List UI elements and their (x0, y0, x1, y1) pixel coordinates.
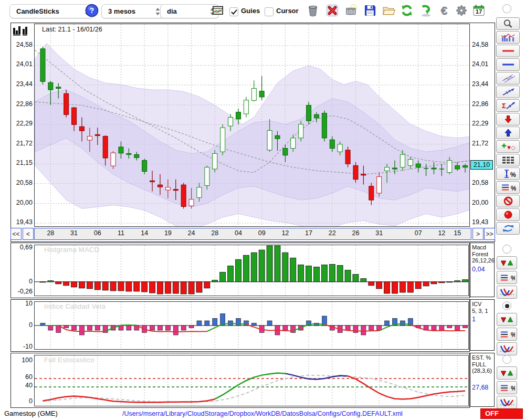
date-strip[interactable]: 283106111419242804091217222631071215 (34, 228, 471, 240)
euro-button[interactable]: € (437, 4, 451, 17)
save-button[interactable] (363, 4, 377, 17)
help-button[interactable]: ? (85, 4, 99, 17)
period-select[interactable]: 3 mesos (101, 4, 164, 18)
indicator-chart-icon (500, 33, 516, 42)
trash-button[interactable] (306, 4, 320, 17)
blue-line-tool-button[interactable] (496, 58, 520, 71)
indicator-chart-button[interactable] (496, 31, 520, 44)
date-label: 31 (371, 229, 387, 237)
chart-window-button[interactable] (212, 5, 224, 16)
cursor-label: Cursor (276, 7, 299, 15)
est-percent-button[interactable]: % (497, 381, 517, 394)
red-arrow-down-icon (500, 114, 516, 124)
trendline-tool-button[interactable] (496, 86, 520, 98)
settings-button[interactable] (455, 4, 468, 17)
refresh-button[interactable] (400, 4, 414, 17)
axis-label: 22,29 (10, 120, 33, 128)
open-folder-icon (382, 4, 395, 17)
date-label: 26 (348, 229, 363, 237)
arrow-up-tool-button[interactable] (496, 127, 520, 139)
prohibit-icon (500, 196, 516, 206)
macd-info-line: Forest (472, 251, 494, 258)
blue-line-icon (500, 60, 516, 69)
channel-icon (500, 74, 516, 83)
channel-tool-button[interactable] (496, 72, 520, 85)
config-path-label: /Users/mserra/Library/CloudStorage/Dropb… (68, 410, 457, 417)
app-window: CandleSticks ? 3 mesos dia (0, 0, 525, 420)
icv-axis-label: -10 (10, 343, 33, 351)
est-curve-button[interactable] (497, 396, 517, 409)
delete-button[interactable] (326, 4, 339, 17)
macd-info-line: 26,12,26 (472, 257, 494, 264)
measure-vertical-tool-button[interactable]: % (496, 167, 520, 180)
nav-first-button[interactable]: << (10, 228, 22, 240)
sync-down-button[interactable] (419, 4, 433, 17)
snapshot-icon (344, 4, 358, 17)
magnifier-icon (500, 19, 516, 28)
icv-curve-button[interactable] (497, 342, 517, 355)
nav-prev-button[interactable]: < (23, 228, 34, 240)
main-panel-radio[interactable] (502, 4, 511, 13)
est-info-box: EST. % FULL (28,3,6) (470, 353, 495, 407)
icv-signals-button[interactable] (497, 313, 517, 326)
macd-signals-button[interactable] (497, 256, 517, 269)
red-line-tool-button[interactable] (496, 45, 520, 57)
est-radio[interactable] (502, 355, 511, 364)
main-chart-plot[interactable] (34, 24, 470, 227)
macd-percent-button[interactable]: % (497, 271, 517, 284)
axis-label: 20,00 (10, 199, 33, 207)
macd-axis-label: -0,26 (10, 288, 33, 296)
est-watermark: Full Estocastico (44, 356, 94, 364)
axis-label: 20,58 (472, 179, 494, 187)
settings-gear-icon (455, 4, 468, 17)
volume-histogram-icon (12, 25, 30, 38)
arrows-up-down-icon (499, 315, 515, 324)
calendar-icon: 17 (472, 4, 486, 17)
svg-text:%: % (511, 385, 515, 392)
sum-trendline-tool-button[interactable]: Σ (496, 99, 520, 112)
levels-tool-button[interactable] (496, 154, 520, 166)
est-signals-button[interactable] (497, 366, 517, 380)
percent-lines-icon: % (499, 330, 515, 339)
date-label: 19 (160, 229, 176, 237)
icv-radio[interactable] (502, 301, 511, 310)
date-label: 04 (230, 229, 246, 237)
date-label: 28 (207, 229, 223, 237)
macd-value: 0,04 (472, 266, 485, 273)
guies-checkbox[interactable] (229, 7, 238, 16)
macd-curve-button[interactable] (497, 286, 517, 299)
icv-axis-label: 0 (10, 321, 33, 329)
zoom-tool-button[interactable] (496, 17, 520, 30)
add-signal-tool-button[interactable] (496, 140, 520, 153)
axis-label: 19,43 (10, 218, 33, 226)
chart-type-select[interactable]: CandleSticks (9, 4, 93, 18)
off-toggle-button[interactable]: OFF (480, 408, 523, 419)
nav-next-button[interactable]: > (472, 228, 484, 240)
est-plot[interactable] (34, 355, 469, 406)
axis-label: 21,72 (10, 140, 33, 148)
nav-last-button[interactable]: >> (484, 228, 495, 240)
swap-arrows-icon (500, 224, 516, 233)
calendar-day: 17 (476, 9, 482, 15)
open-folder-button[interactable] (382, 4, 395, 17)
swap-tool-button[interactable] (496, 222, 520, 235)
macd-axis-label: 0,69 (10, 244, 33, 251)
record-tool-button[interactable] (496, 208, 520, 221)
est-info-line: FULL (472, 361, 494, 368)
calendar-button[interactable]: 17 (472, 4, 486, 17)
interval-select[interactable]: dia (160, 4, 219, 18)
macd-radio[interactable] (502, 245, 511, 254)
chart-window-icon (212, 5, 224, 16)
last-price-label: Last: 21.1 - 16/01/26 (42, 26, 102, 33)
arrow-down-tool-button[interactable] (496, 113, 520, 125)
prohibit-tool-button[interactable] (496, 195, 520, 207)
icv-percent-button[interactable]: % (497, 328, 517, 341)
axis-label: 23,44 (10, 80, 33, 88)
macd-watermark: Histgrama MACD (44, 246, 99, 254)
period-value: 3 mesos (108, 7, 135, 15)
axis-label: 24,58 (472, 41, 494, 49)
cursor-checkbox[interactable] (265, 7, 274, 16)
macd-axis-label: 0 (10, 278, 33, 286)
percent-lines-tool-button[interactable]: % (496, 181, 520, 194)
snapshot-button[interactable] (344, 4, 358, 17)
